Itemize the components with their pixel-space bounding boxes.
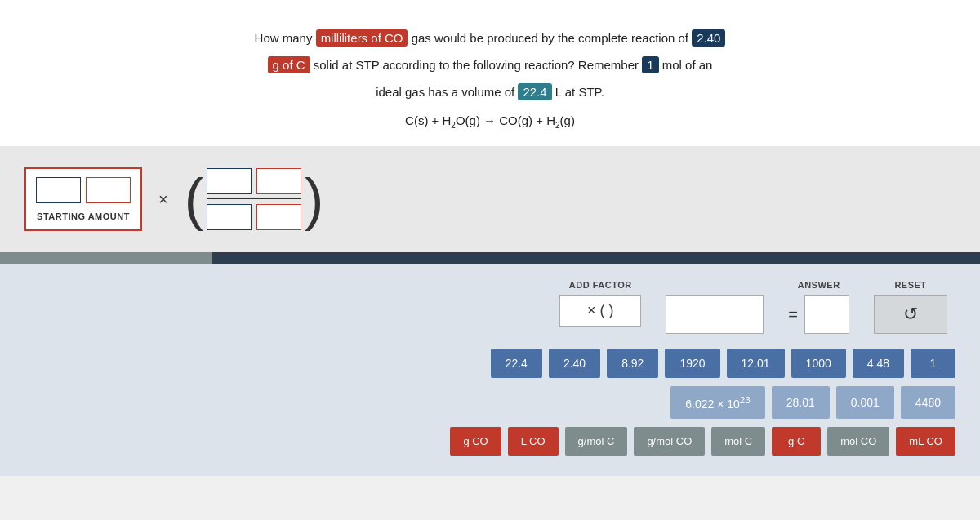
unit-btn-gmolco[interactable]: g/mol CO: [634, 427, 705, 456]
unit-btn-lco[interactable]: L CO: [508, 427, 559, 456]
highlight-1: 1: [642, 56, 658, 73]
fraction-group: ( ): [185, 168, 324, 230]
num-btn-1000[interactable]: 1000: [791, 349, 846, 378]
highlight-224: 22.4: [518, 83, 551, 100]
fraction-container: [207, 168, 301, 230]
add-factor-button[interactable]: × ( ): [559, 295, 641, 327]
starting-amount-inputs: [36, 177, 131, 203]
fraction-top: [207, 168, 301, 199]
num-btn-448[interactable]: 4.48: [853, 349, 904, 378]
num-btn-1201[interactable]: 12.01: [727, 349, 785, 378]
starting-amount-label: STARTING AMOUNT: [37, 211, 130, 221]
num-btn-892[interactable]: 8.92: [607, 349, 658, 378]
fraction-bottom-right[interactable]: [256, 204, 301, 230]
num-btn-avogadro[interactable]: 6.022 × 1023: [670, 386, 765, 419]
fraction-bottom-left[interactable]: [207, 204, 252, 230]
q-post2: mol of an: [662, 58, 713, 72]
num-btn-2801[interactable]: 28.01: [772, 386, 830, 419]
separator-bars: [0, 252, 980, 264]
unit-btn-molco[interactable]: mol CO: [827, 427, 889, 456]
q-pre3: ideal gas has a volume of: [376, 85, 518, 99]
controls-row: ADD FACTOR × ( ) ANSWER = RESET ↺: [24, 280, 956, 334]
equals-sign: =: [788, 305, 798, 324]
number-buttons-row2: 6.022 × 1023 28.01 0.001 4480: [670, 386, 956, 419]
multiply-sign: ×: [158, 190, 168, 209]
num-btn-1[interactable]: 1: [911, 349, 956, 378]
blank-input-group: [666, 280, 764, 334]
reset-group: RESET ↺: [874, 280, 947, 334]
num-btn-0001[interactable]: 0.001: [836, 386, 894, 419]
chemical-equation: C(s) + H2O(g) → CO(g) + H2(g): [16, 113, 964, 130]
starting-amount-box: STARTING AMOUNT: [24, 167, 142, 231]
reset-button[interactable]: ↺: [874, 295, 947, 334]
bottom-panel: ADD FACTOR × ( ) ANSWER = RESET ↺ 22.4 2…: [0, 264, 980, 476]
highlight-g-of-c: g of C: [268, 56, 310, 73]
fraction-top-left[interactable]: [207, 168, 252, 194]
expression-input[interactable]: [666, 295, 764, 334]
unit-btn-gmolc[interactable]: g/mol C: [565, 427, 628, 456]
unit-btn-mlco[interactable]: mL CO: [896, 427, 956, 456]
paren-open: (: [185, 176, 203, 222]
q-mid1: gas would be produced by the complete re…: [412, 31, 693, 45]
fraction-bottom: [207, 201, 301, 230]
highlight-240: 2.40: [692, 29, 725, 47]
q-mid2: solid at STP according to the following …: [314, 58, 642, 72]
num-btn-4480[interactable]: 4480: [901, 386, 956, 419]
reset-icon: ↺: [903, 304, 918, 325]
fraction-top-right[interactable]: [256, 168, 301, 194]
number-buttons-row1: 22.4 2.40 8.92 1920 12.01 1000 4.48 1: [491, 349, 956, 378]
answer-group: ANSWER =: [788, 280, 849, 334]
starting-amount-top-unit[interactable]: [86, 177, 131, 203]
answer-label: ANSWER: [798, 280, 840, 290]
calculation-area: STARTING AMOUNT × ( ): [0, 146, 980, 252]
q-post3: L at STP.: [555, 85, 604, 99]
dark-bar: [212, 252, 980, 264]
paren-close: ): [305, 176, 323, 222]
unit-buttons: g CO L CO g/mol C g/mol CO mol C g C mol…: [450, 427, 956, 456]
unit-btn-gc[interactable]: g C: [772, 427, 821, 456]
q-pre1: How many: [255, 31, 316, 45]
num-btn-240[interactable]: 2.40: [549, 349, 600, 378]
starting-amount-top-input[interactable]: [36, 177, 81, 203]
question-area: How many milliliters of CO gas would be …: [0, 0, 980, 146]
answer-box[interactable]: [804, 295, 849, 334]
blank-label: [714, 280, 717, 290]
reset-label: RESET: [894, 280, 926, 290]
unit-btn-molc[interactable]: mol C: [711, 427, 765, 456]
add-factor-group: ADD FACTOR × ( ): [559, 280, 641, 327]
gray-bar: [0, 252, 212, 264]
num-btn-224[interactable]: 22.4: [491, 349, 542, 378]
num-btn-1920[interactable]: 1920: [665, 349, 719, 378]
answer-display: =: [788, 295, 849, 334]
question-text: How many milliliters of CO gas would be …: [16, 24, 964, 105]
unit-btn-gco[interactable]: g CO: [450, 427, 501, 456]
highlight-milliliters-co: milliliters of CO: [316, 29, 408, 47]
add-factor-label: ADD FACTOR: [569, 280, 632, 290]
